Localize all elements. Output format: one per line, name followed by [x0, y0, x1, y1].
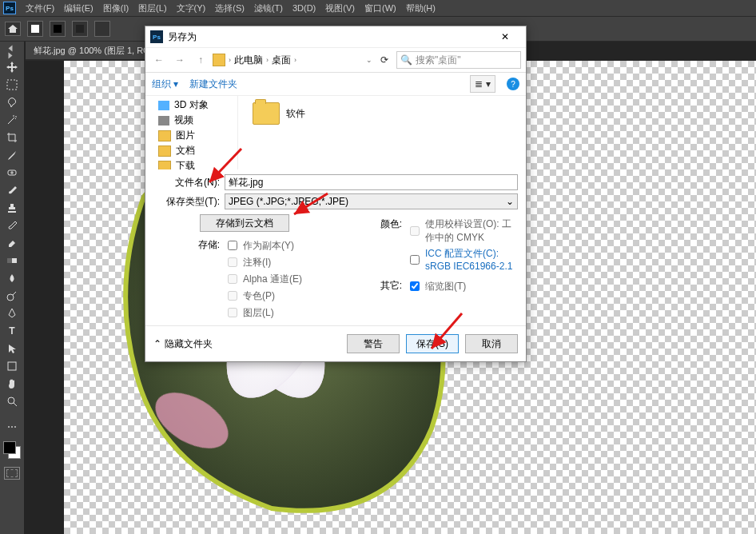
menu-type[interactable]: 文字(Y): [172, 2, 211, 14]
menu-select[interactable]: 选择(S): [210, 2, 249, 14]
edit-toolbar-icon[interactable]: ⋯: [4, 419, 20, 435]
cancel-button[interactable]: 取消: [465, 334, 518, 353]
organize-button[interactable]: 组织 ▾: [152, 78, 178, 91]
nav-forward-icon: →: [171, 51, 189, 69]
blur-tool[interactable]: [4, 270, 20, 286]
dialog-title-text: 另存为: [168, 30, 197, 44]
brush-tool[interactable]: [4, 182, 20, 198]
dialog-navbar: ← → ↑ › 此电脑 › 桌面 › ⌄ ⟳ 🔍 搜索"桌面": [145, 47, 526, 73]
chevron-right-icon: ›: [266, 56, 269, 64]
ps-logo-icon: Ps: [3, 2, 16, 14]
hide-folders-toggle[interactable]: ⌃ 隐藏文件夹: [153, 337, 213, 351]
view-mode-button[interactable]: ≣ ▾: [470, 75, 495, 93]
folder-icon: [213, 54, 225, 66]
nav-back-icon[interactable]: ←: [150, 51, 168, 69]
refresh-icon[interactable]: ⟳: [376, 51, 393, 69]
dialog-footer: ⌃ 隐藏文件夹 警告 保存(S) 取消: [145, 325, 526, 361]
file-list-area[interactable]: 软件: [238, 96, 526, 169]
dialog-toolbar: 组织 ▾ 新建文件夹 ≣ ▾ ?: [145, 73, 526, 96]
opt-icc[interactable]: ICC 配置文件(C):sRGB IEC61966-2.1: [407, 247, 518, 272]
dodge-tool[interactable]: [4, 288, 20, 304]
close-icon[interactable]: ✕: [489, 28, 521, 46]
search-input[interactable]: 🔍 搜索"桌面": [396, 51, 521, 69]
filename-input[interactable]: 鲜花.jpg: [225, 174, 518, 190]
quickmask-icon[interactable]: [4, 467, 20, 480]
menu-help[interactable]: 帮助(H): [401, 2, 440, 14]
stamp-tool[interactable]: [4, 200, 20, 216]
chevron-down-icon[interactable]: ⌄: [366, 56, 372, 64]
filetype-combo[interactable]: JPEG (*.JPG;*.JPEG;*.JPE)⌄: [225, 193, 518, 209]
pen-tool[interactable]: [4, 305, 20, 321]
help-icon[interactable]: ?: [507, 78, 519, 90]
dialog-titlebar: Ps 另存为 ✕: [145, 26, 526, 47]
menu-filter[interactable]: 滤镜(T): [249, 2, 288, 14]
collapse-left-icon[interactable]: [9, 46, 13, 52]
history-brush-tool[interactable]: [4, 217, 20, 233]
heal-tool[interactable]: [4, 165, 20, 181]
chevron-right-icon: ›: [294, 56, 296, 64]
svg-rect-3: [7, 258, 12, 263]
dialog-form: 文件名(N): 鲜花.jpg 保存类型(T): JPEG (*.JPG;*.JP…: [145, 169, 526, 325]
save-button[interactable]: 保存(S): [406, 334, 459, 353]
menu-image[interactable]: 图像(I): [98, 2, 133, 14]
breadcrumb[interactable]: › 此电脑 › 桌面 › ⌄ ⟳: [213, 51, 393, 69]
crumb-desktop: 桌面: [272, 54, 291, 67]
menu-layer[interactable]: 图层(L): [133, 2, 171, 14]
hand-tool[interactable]: [4, 376, 20, 392]
svg-rect-0: [7, 80, 17, 90]
menu-view[interactable]: 视图(V): [320, 2, 360, 14]
ps-tool-panel: T ⋯: [0, 42, 24, 534]
chevron-down-icon: ⌄: [506, 196, 514, 207]
options-swatch-2[interactable]: [50, 21, 66, 37]
crop-tool[interactable]: [4, 130, 20, 145]
menu-window[interactable]: 窗口(W): [360, 2, 401, 14]
menu-3d[interactable]: 3D(D): [288, 3, 320, 13]
type-tool[interactable]: T: [4, 323, 20, 339]
filename-label: 文件名(N):: [153, 176, 225, 189]
newfolder-button[interactable]: 新建文件夹: [189, 78, 237, 91]
marquee-tool[interactable]: [4, 77, 20, 93]
chevron-down-icon: ⌃: [153, 338, 161, 349]
opt-alpha: Alpha 通道(E): [225, 272, 336, 286]
home-icon[interactable]: [5, 22, 21, 36]
tree-docs[interactable]: 文档: [145, 143, 237, 158]
opt-thumb[interactable]: 缩览图(T): [407, 279, 518, 293]
path-select-tool[interactable]: [4, 341, 20, 357]
search-placeholder: 搜索"桌面": [416, 54, 461, 67]
collapse-right-icon[interactable]: [9, 53, 13, 59]
opt-copy[interactable]: 作为副本(Y): [225, 238, 336, 253]
chevron-right-icon: ›: [229, 56, 231, 64]
eraser-tool[interactable]: [4, 235, 20, 251]
shape-tool[interactable]: [4, 358, 20, 374]
options-swatch-1[interactable]: [27, 21, 43, 37]
search-icon: 🔍: [400, 54, 412, 66]
move-tool[interactable]: [4, 59, 20, 75]
crumb-pc: 此电脑: [234, 54, 263, 67]
save-to-cloud-button[interactable]: 存储到云文档: [200, 214, 289, 232]
wand-tool[interactable]: [4, 112, 20, 128]
menu-file[interactable]: 文件(F): [21, 2, 59, 14]
menu-edit[interactable]: 编辑(E): [59, 2, 98, 14]
folder-icon: [253, 102, 280, 125]
svg-point-6: [8, 397, 14, 404]
warning-button[interactable]: 警告: [347, 334, 400, 353]
file-item-label: 软件: [286, 107, 305, 121]
ps-menubar: Ps 文件(F) 编辑(E) 图像(I) 图层(L) 文字(Y) 选择(S) 滤…: [0, 0, 756, 16]
opt-layers: 图层(L): [225, 305, 336, 320]
nav-up-icon[interactable]: ↑: [192, 51, 209, 69]
lasso-tool[interactable]: [4, 94, 20, 110]
folder-tree: 3D 对象 视频 图片 文档 下载 音乐 桌面: [145, 96, 238, 169]
opt-notes: 注释(I): [225, 255, 336, 269]
eyedropper-tool[interactable]: [4, 147, 20, 163]
gradient-tool[interactable]: [4, 253, 20, 269]
options-swatch-4[interactable]: [94, 21, 110, 37]
color-swatches[interactable]: [3, 441, 21, 459]
zoom-tool[interactable]: [4, 393, 20, 409]
tree-3d[interactable]: 3D 对象: [145, 98, 237, 113]
options-swatch-3[interactable]: [72, 21, 88, 37]
tree-video[interactable]: 视频: [145, 113, 237, 128]
ps-dialog-icon: Ps: [150, 30, 163, 43]
tree-picture[interactable]: 图片: [145, 128, 237, 143]
tree-download[interactable]: 下载: [145, 158, 237, 169]
file-item-software[interactable]: 软件: [253, 102, 305, 125]
